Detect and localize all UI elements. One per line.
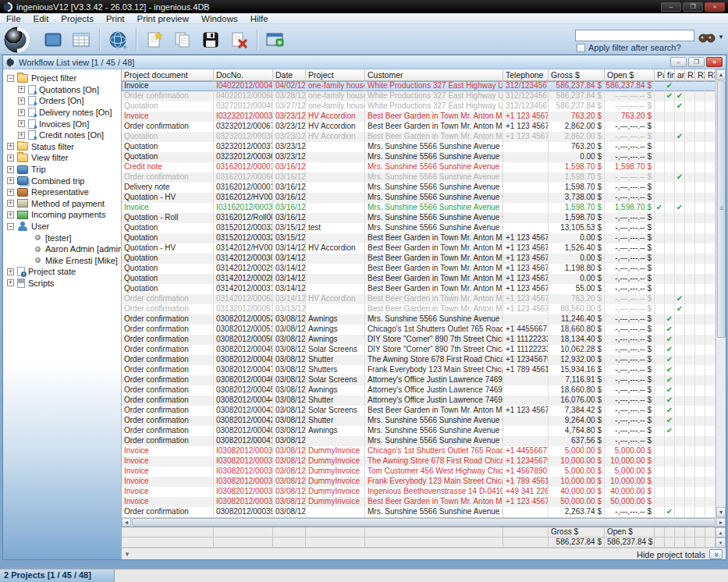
sidebar-item-tester[interactable]: [tester] [3, 232, 121, 243]
expand-toggle-icon[interactable]: + [7, 177, 14, 184]
table-row[interactable]: InvoiceI03082012/0003403/08/12DummyInvoi… [122, 477, 716, 487]
expand-toggle-icon[interactable]: + [18, 109, 25, 116]
search-binoculars-icon[interactable] [698, 31, 716, 43]
table-row[interactable]: Order confirmation03082012/0004103/08/12… [122, 436, 716, 446]
table-row[interactable]: Quotation - HV03142012/HV00003/14/12HV A… [122, 243, 716, 254]
column-header-r1[interactable]: R1 [685, 69, 695, 81]
scroll-left-icon[interactable]: ◄ [122, 518, 131, 527]
column-header-fin[interactable]: fin. [665, 69, 675, 81]
maximize-icon[interactable]: ❐ [683, 2, 703, 12]
delete-document-icon[interactable] [227, 28, 250, 51]
expand-toggle-icon[interactable]: + [7, 154, 14, 161]
column-header-r3[interactable]: R3 [705, 69, 716, 81]
hide-project-totals-button[interactable]: » [709, 549, 723, 559]
sidebar-item-combined-trip[interactable]: +Combined trip [3, 175, 121, 186]
menu-item-edit[interactable]: Edit [27, 13, 55, 24]
table-row[interactable]: InvoiceI03162012/0003803/16/12Mrs. Sunsh… [122, 203, 716, 213]
sidebar-item-project-filter[interactable]: −Project filter [3, 73, 121, 84]
collapse-toggle-icon[interactable]: − [7, 223, 14, 230]
table-row[interactable]: Order confirmation03082012/0004703/08/12… [122, 365, 716, 375]
save-icon[interactable] [199, 28, 222, 51]
table-row[interactable]: Order confirmation03082012/0004503/08/12… [122, 385, 716, 396]
table-row[interactable]: Quotation03152012/0003203/15/12Best Beer… [122, 233, 716, 243]
new-window-icon[interactable] [264, 28, 287, 51]
column-header-project[interactable]: Project [306, 69, 365, 81]
table-row[interactable]: InvoiceI04022012/0004004/02/12one-family… [122, 81, 716, 91]
table-row[interactable]: Quotation03232012/0003703/23/12Mrs. Suns… [122, 142, 716, 152]
menu-item-windows[interactable]: Windows [195, 13, 244, 24]
table-row[interactable]: Order confirmation03162012/0006603/16/12… [122, 172, 716, 183]
expand-toggle-icon[interactable]: + [7, 166, 14, 173]
totals-scroll-down-icon[interactable]: ▼ [716, 538, 726, 548]
copy-icon[interactable] [171, 28, 194, 51]
minimize-icon[interactable]: – [661, 2, 681, 12]
table-row[interactable]: Quotation03142012/0003103/14/12Best Beer… [122, 284, 716, 294]
expand-toggle-icon[interactable]: + [7, 200, 14, 207]
column-header-open[interactable]: Open $ [605, 69, 655, 81]
sidebar-item-orders-on[interactable]: +Orders [On] [3, 95, 121, 107]
list-view-icon[interactable] [41, 28, 65, 51]
vertical-scrollbar[interactable]: ▲ ▼ [716, 69, 726, 517]
column-header-r2[interactable]: R2 [695, 69, 705, 81]
table-row[interactable]: Order confirmation03082012/0003903/08/12… [122, 507, 716, 517]
horizontal-scrollbar[interactable]: ◄ ► [122, 517, 726, 527]
menu-item-hilfe[interactable]: Hilfe [244, 13, 275, 24]
table-row[interactable]: Order confirmation03082012/0004803/08/12… [122, 355, 716, 365]
search-options-dropdown-icon[interactable]: ▼ [718, 34, 724, 41]
column-header-gross[interactable]: Gross $ [549, 69, 605, 81]
column-header-pai[interactable]: Pai [655, 69, 665, 81]
table-row[interactable]: Order confirmation03232012/0006703/23/12… [122, 122, 716, 132]
sidebar-item-representative[interactable]: +Representative [3, 186, 121, 198]
column-header-arc[interactable]: arc [675, 69, 685, 81]
table-row[interactable]: InvoiceI03082012/0003603/08/12DummyInvoi… [122, 456, 716, 467]
sidebar-item-aaron-admin-admin[interactable]: Aaron Admin [admin] [3, 243, 121, 255]
expand-toggle-icon[interactable]: + [7, 268, 14, 275]
collapse-toggle-icon[interactable]: − [7, 75, 14, 82]
table-row[interactable]: Quotation03232012/0003603/23/12Mrs. Suns… [122, 152, 716, 162]
expand-toggle-icon[interactable]: + [18, 98, 25, 105]
expand-toggle-icon[interactable]: + [18, 132, 25, 139]
table-row[interactable]: Order confirmation03082012/0004603/08/12… [122, 375, 716, 385]
table-row[interactable]: InvoiceI03082012/0003503/08/12DummyInvoi… [122, 467, 716, 477]
sidebar-item-credit-notes-on[interactable]: +Credit notes [On] [3, 130, 121, 141]
splitter-arrow-icon[interactable]: ▼ [124, 551, 130, 558]
column-header-docno[interactable]: DocNo. [214, 69, 273, 81]
table-view-icon[interactable] [69, 28, 93, 51]
expand-toggle-icon[interactable]: + [7, 143, 14, 150]
vertical-scroll-thumb[interactable] [717, 80, 726, 338]
table-row[interactable]: Quotation03142012/0002903/14/12Best Beer… [122, 264, 716, 274]
scroll-down-icon[interactable]: ▼ [716, 507, 726, 517]
sidebar-item-quotations-on[interactable]: +Quotations [On] [3, 84, 121, 96]
workflow-minimize-icon[interactable]: – [670, 57, 687, 67]
table-row[interactable]: Quotation - Roll03162012/Roll00003/16/12… [122, 213, 716, 223]
sidebar-item-scripts[interactable]: +Scripts [3, 278, 121, 289]
table-row[interactable]: Order confirmation04022012/0006803/28/12… [122, 91, 716, 101]
column-header-date[interactable]: Date [273, 69, 306, 81]
menu-item-print[interactable]: Print [100, 13, 131, 24]
menu-item-print-preview[interactable]: Print preview [131, 13, 195, 24]
sidebar-item-status-filter[interactable]: +Status filter [3, 141, 121, 153]
table-row[interactable]: Quotation - HV03162012/HV00003/16/12Mrs.… [122, 193, 716, 203]
menu-item-projects[interactable]: Projects [55, 13, 100, 24]
menu-item-file[interactable]: File [0, 13, 27, 24]
table-row[interactable]: Quotation03152012/0003303/15/12testMrs. … [122, 223, 716, 233]
sidebar-item-user[interactable]: −User [3, 221, 121, 232]
table-row[interactable]: Order confirmation03082012/0004303/08/12… [122, 406, 716, 416]
expand-toggle-icon[interactable]: + [7, 189, 14, 196]
sidebar-item-method-of-payment[interactable]: +Method of payment [3, 198, 121, 210]
totals-scroll-up-icon[interactable]: ▲ [716, 527, 726, 538]
table-row[interactable]: InvoiceI03232012/0003903/23/12HV Accordi… [122, 112, 716, 122]
table-row[interactable]: Quotation03142012/0003003/14/12Best Beer… [122, 254, 716, 264]
table-row[interactable]: Order confirmation03082012/0004903/08/12… [122, 345, 716, 355]
table-row[interactable]: Quotation03272012/0004003/27/12one-famil… [122, 101, 716, 112]
sidebar-item-mike-ernesti-mike[interactable]: Mike Ernesti [Mike] [3, 255, 121, 267]
totals-scrollbar[interactable]: ▲ ▼ [716, 527, 726, 548]
table-row[interactable]: Order confirmation03082012/0004403/08/12… [122, 396, 716, 406]
expand-toggle-icon[interactable]: + [18, 120, 25, 127]
table-row[interactable]: InvoiceI03082012/0003203/08/12DummyInvoi… [122, 497, 716, 507]
sidebar-item-project-state[interactable]: +Project state [3, 266, 121, 278]
workflow-close-icon[interactable]: × [706, 57, 723, 67]
search-input[interactable] [575, 30, 694, 41]
column-header-telephone[interactable]: Telephone [503, 69, 549, 81]
column-header-project-document[interactable]: Project document [122, 69, 214, 81]
